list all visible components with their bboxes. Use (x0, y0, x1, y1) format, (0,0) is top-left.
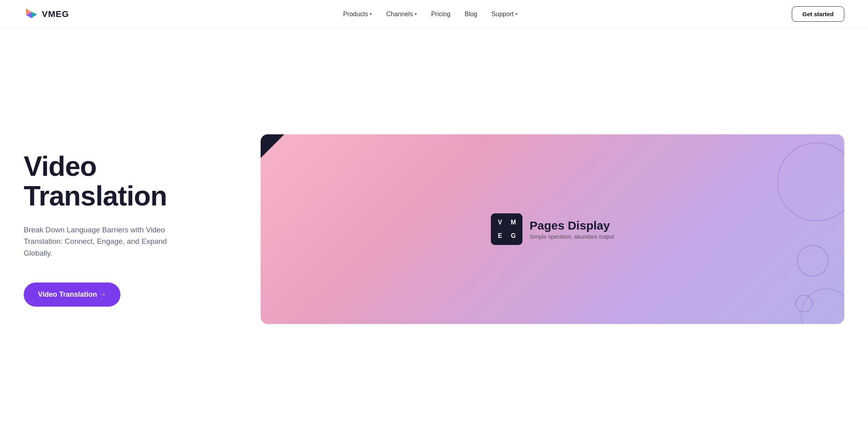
svg-marker-2 (32, 12, 37, 18)
navbar-actions: Get started (792, 6, 844, 22)
deco-circle-bottom (801, 288, 844, 324)
hero-content: Video Translation Break Down Language Ba… (24, 152, 229, 307)
logo-link[interactable]: VMEG (24, 7, 69, 21)
deco-circle-large (777, 142, 844, 221)
chevron-down-icon: ▾ (370, 11, 372, 17)
vmeg-letter-m: M (511, 219, 516, 226)
get-started-button[interactable]: Get started (792, 6, 844, 22)
deco-circle-medium (797, 245, 829, 277)
vmeg-card: V M E G Pages Display Simple operation, … (491, 213, 614, 245)
chevron-down-icon: ▾ (415, 11, 417, 17)
chevron-down-icon: ▾ (515, 11, 518, 17)
vmeg-logo-box: V M E G (491, 213, 522, 245)
nav-support[interactable]: Support ▾ (492, 11, 518, 18)
logo-wordmark: VMEG (42, 9, 69, 19)
nav-pricing[interactable]: Pricing (431, 11, 451, 18)
main-nav: Products ▾ Channels ▾ Pricing Blog Suppo… (343, 11, 518, 18)
nav-channels[interactable]: Channels ▾ (386, 11, 417, 18)
nav-products[interactable]: Products ▾ (343, 11, 372, 18)
vmeg-letter-g: G (511, 233, 516, 239)
hero-title: Video Translation (24, 152, 229, 211)
hero-visual: V M E G Pages Display Simple operation, … (261, 134, 844, 324)
corner-fold-decoration (261, 134, 284, 158)
vmeg-letter-v: V (498, 219, 502, 226)
vmeg-letter-e: E (498, 233, 502, 239)
hero-section: Video Translation Break Down Language Ba… (0, 28, 868, 422)
hero-cta-button[interactable]: Video Translation → (24, 283, 120, 307)
hero-visual-background: V M E G Pages Display Simple operation, … (261, 134, 844, 324)
vmeg-card-text: Pages Display Simple operation, abundant… (530, 219, 614, 240)
vmeg-card-subtitle: Simple operation, abundant output (530, 234, 614, 240)
hero-subtitle: Break Down Language Barriers with Video … (24, 224, 190, 259)
nav-blog[interactable]: Blog (465, 11, 477, 18)
navbar: VMEG Products ▾ Channels ▾ Pricing Blog … (0, 0, 868, 28)
vmeg-card-title: Pages Display (530, 219, 614, 232)
logo-icon (24, 7, 38, 21)
